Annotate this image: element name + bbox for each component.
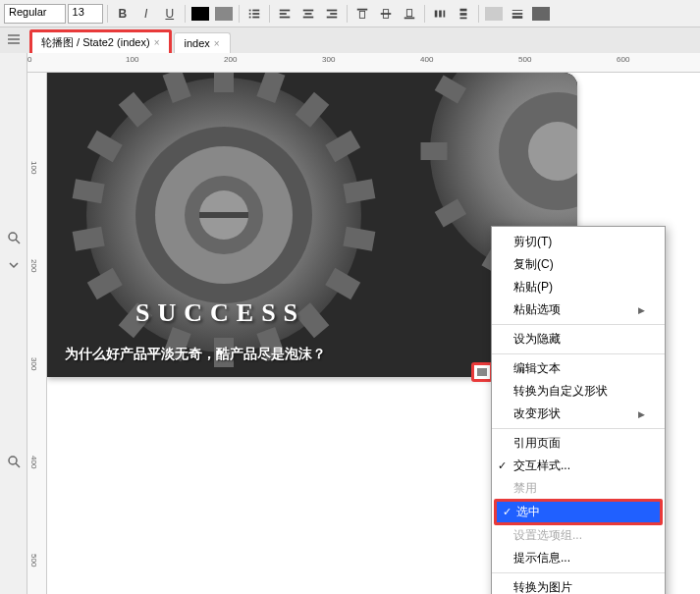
vertical-ruler: 100 200 300 400 500 (27, 73, 47, 594)
menu-item-label: 禁用 (513, 480, 537, 497)
menu-item-label: 设置选项组... (513, 527, 582, 544)
svg-rect-32 (8, 42, 20, 44)
text-color-button[interactable] (189, 3, 211, 25)
search-icon-2[interactable] (6, 454, 22, 469)
fill-color-button[interactable] (483, 3, 505, 25)
image-text-success: SUCCESS (135, 298, 305, 328)
menu-item-label: 粘贴(P) (513, 279, 553, 296)
menu-item-label: 转换为图片 (513, 579, 572, 594)
tab-list-icon[interactable] (6, 31, 22, 47)
menu-item-label: 设为隐藏 (513, 331, 561, 348)
chevron-right-icon: ▶ (638, 305, 645, 315)
menu-item[interactable]: 转换为自定义形状 (492, 380, 665, 403)
menu-item[interactable]: 转换为图片 (492, 576, 665, 594)
underline-button[interactable]: U (159, 3, 181, 25)
svg-rect-26 (459, 17, 466, 19)
valign-top-icon[interactable] (351, 3, 373, 25)
bg-color-button[interactable] (213, 3, 235, 25)
svg-rect-7 (280, 13, 287, 15)
menu-item-label: 引用页面 (513, 435, 561, 452)
svg-rect-14 (327, 16, 338, 18)
svg-rect-11 (303, 16, 314, 18)
valign-middle-icon[interactable] (375, 3, 397, 25)
svg-rect-17 (381, 13, 392, 15)
svg-rect-1 (252, 9, 259, 11)
tab-index[interactable]: index × (174, 32, 231, 53)
align-center-icon[interactable] (297, 3, 319, 25)
menu-item[interactable]: 引用页面 (492, 432, 665, 455)
svg-rect-22 (439, 10, 442, 17)
svg-rect-13 (330, 13, 337, 15)
svg-rect-44 (199, 212, 248, 218)
chevron-right-icon: ▶ (638, 409, 645, 419)
svg-rect-20 (406, 9, 411, 16)
document-tabs: 轮播图 / State2 (index) × index × (0, 27, 700, 53)
valign-bottom-icon[interactable] (399, 3, 420, 25)
dropdown-icon[interactable] (6, 257, 22, 273)
format-toolbar: Regular 13 B I U (0, 0, 700, 27)
tab-label: 轮播图 / State2 (index) (41, 35, 150, 50)
svg-point-33 (9, 233, 17, 241)
svg-point-35 (9, 457, 17, 464)
distribute-v-icon[interactable] (453, 3, 474, 25)
tab-active[interactable]: 轮播图 / State2 (index) × (29, 29, 172, 53)
menu-item[interactable]: 编辑文本 (492, 357, 665, 380)
svg-rect-23 (443, 10, 445, 17)
align-left-icon[interactable] (274, 3, 296, 25)
svg-rect-4 (249, 16, 251, 18)
svg-rect-15 (357, 8, 368, 10)
menu-item[interactable]: 提示信息... (492, 547, 665, 569)
font-weight-select[interactable]: Regular (4, 4, 66, 24)
menu-item-label: 粘贴选项 (513, 301, 561, 318)
distribute-h-icon[interactable] (429, 3, 451, 25)
svg-rect-25 (459, 13, 466, 16)
svg-rect-16 (359, 11, 364, 18)
svg-rect-31 (8, 38, 20, 40)
selection-handle[interactable] (471, 362, 493, 382)
menu-item[interactable]: 剪切(T) (492, 231, 665, 253)
italic-button[interactable]: I (135, 3, 157, 25)
svg-rect-2 (249, 13, 251, 15)
svg-rect-3 (252, 13, 259, 15)
menu-item-label: 交互样式... (513, 458, 570, 474)
context-menu: 剪切(T)复制(C)粘贴(P)粘贴选项▶设为隐藏编辑文本转换为自定义形状改变形状… (491, 226, 666, 594)
svg-rect-19 (404, 17, 415, 19)
bold-button[interactable]: B (112, 3, 134, 25)
horizontal-ruler: 0 100 200 300 400 500 600 (27, 53, 700, 73)
svg-rect-30 (8, 34, 20, 36)
border-color-button[interactable] (530, 3, 552, 25)
svg-rect-10 (304, 13, 311, 15)
svg-rect-12 (327, 9, 338, 11)
line-style-icon[interactable] (507, 3, 528, 25)
menu-item-label: 改变形状 (513, 405, 561, 422)
menu-item[interactable]: 复制(C) (492, 253, 665, 276)
align-right-icon[interactable] (321, 3, 343, 25)
menu-item[interactable]: ✓交互样式... (492, 455, 665, 477)
bullet-list-icon[interactable] (243, 3, 265, 25)
svg-rect-0 (249, 9, 251, 11)
svg-rect-8 (280, 16, 291, 18)
menu-item-label: 转换为自定义形状 (513, 383, 608, 400)
menu-item-label: 编辑文本 (513, 360, 561, 377)
menu-item[interactable]: 粘贴选项▶ (492, 298, 665, 321)
svg-rect-9 (303, 9, 314, 11)
svg-line-34 (16, 240, 20, 243)
menu-item[interactable]: 改变形状▶ (492, 403, 665, 425)
menu-item[interactable]: 设为隐藏 (492, 328, 665, 351)
svg-rect-21 (435, 10, 438, 17)
left-gutter (0, 53, 27, 594)
menu-item[interactable]: 粘贴(P) (492, 276, 665, 298)
search-icon[interactable] (6, 230, 22, 245)
svg-line-36 (16, 463, 20, 467)
menu-item[interactable]: ✓选中 (494, 499, 663, 525)
menu-item-label: 剪切(T) (513, 234, 552, 250)
font-size-select[interactable]: 13 (68, 4, 103, 24)
menu-item: 设置选项组... (492, 524, 665, 547)
svg-rect-39 (214, 73, 234, 92)
menu-item-label: 提示信息... (513, 550, 570, 567)
close-icon[interactable]: × (214, 38, 220, 49)
menu-item-label: 选中 (516, 504, 540, 520)
svg-rect-24 (459, 8, 466, 11)
tab-label: index (185, 37, 210, 49)
close-icon[interactable]: × (154, 37, 160, 48)
